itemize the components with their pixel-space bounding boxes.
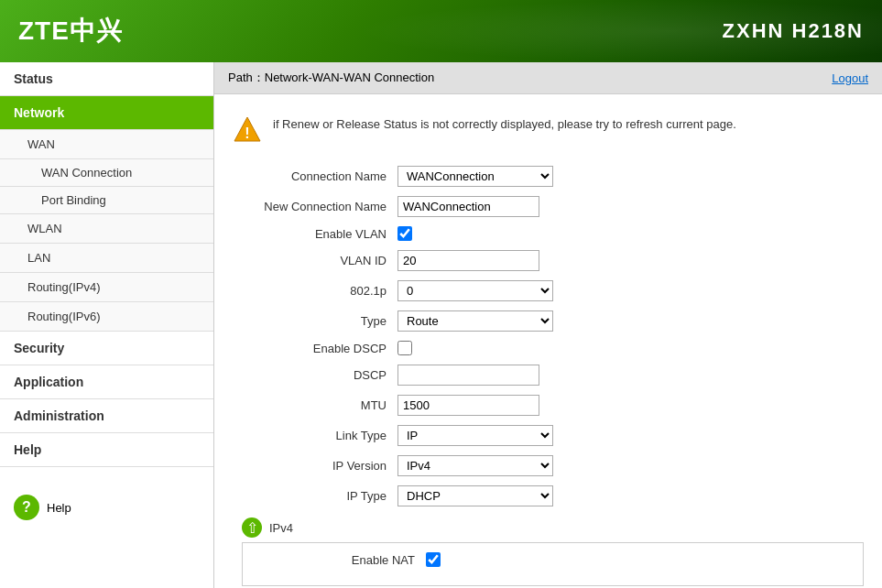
- help-label: Help: [47, 501, 71, 515]
- ipv4-section-header: ⇧ IPv4: [233, 517, 864, 538]
- ipv4-section-box: Enable NAT: [242, 542, 864, 586]
- path-bar: Path：Network-WAN-WAN Connection Logout: [214, 62, 882, 94]
- dscp-input[interactable]: [397, 365, 539, 386]
- enable-dscp-label: Enable DSCP: [233, 342, 397, 355]
- logout-link[interactable]: Logout: [832, 71, 868, 85]
- enable-nat-row: Enable NAT: [261, 552, 844, 567]
- dot1p-row: 802.1p 0123 4567: [233, 280, 864, 301]
- dot1p-label: 802.1p: [233, 284, 397, 298]
- mtu-label: MTU: [233, 398, 397, 412]
- mtu-row: MTU: [233, 395, 864, 416]
- enable-nat-label: Enable NAT: [261, 553, 426, 567]
- ipv4-collapse-icon[interactable]: ⇧: [242, 517, 262, 538]
- vlan-id-row: VLAN ID: [233, 250, 864, 271]
- enable-dscp-checkbox[interactable]: [397, 341, 412, 355]
- sidebar-item-security[interactable]: Security: [0, 332, 213, 365]
- ip-type-row: IP Type DHCPStaticPPPoE: [233, 485, 864, 506]
- connection-name-select[interactable]: WANConnection: [397, 166, 553, 187]
- sidebar-item-help[interactable]: Help: [0, 433, 213, 467]
- vlan-id-label: VLAN ID: [233, 254, 397, 267]
- new-connection-name-label: New Connection Name: [233, 200, 397, 213]
- main-layout: Status Network WAN WAN Connection Port B…: [0, 62, 882, 588]
- enable-vlan-checkbox[interactable]: [397, 226, 412, 241]
- warning-triangle-icon: !: [233, 115, 262, 143]
- sidebar-item-application[interactable]: Application: [0, 365, 213, 399]
- sidebar-item-wan[interactable]: WAN: [0, 130, 213, 159]
- warning-icon: !: [233, 115, 262, 145]
- sidebar: Status Network WAN WAN Connection Port B…: [0, 62, 214, 588]
- link-type-select[interactable]: IPPPPoEIPoE: [397, 425, 553, 446]
- enable-dscp-row: Enable DSCP: [233, 341, 864, 355]
- device-name: ZXHN H218N: [723, 19, 864, 43]
- connection-name-label: Connection Name: [233, 169, 397, 183]
- enable-nat-checkbox[interactable]: [426, 552, 441, 567]
- warning-box: ! if Renew or Release Status is not corr…: [233, 108, 864, 152]
- help-icon: ?: [14, 495, 39, 520]
- logo: ZTE中兴: [18, 14, 123, 49]
- sidebar-item-lan[interactable]: LAN: [0, 244, 213, 273]
- link-type-label: Link Type: [233, 429, 397, 442]
- sidebar-item-port-binding[interactable]: Port Binding: [0, 187, 213, 214]
- ip-version-row: IP Version IPv4IPv6IPv4/IPv6: [233, 455, 864, 476]
- sidebar-item-routing-ipv4[interactable]: Routing(IPv4): [0, 273, 213, 302]
- new-connection-name-input[interactable]: [397, 196, 539, 217]
- vlan-id-input[interactable]: [397, 250, 539, 271]
- ip-version-select[interactable]: IPv4IPv6IPv4/IPv6: [397, 455, 553, 476]
- sidebar-item-status[interactable]: Status: [0, 62, 213, 96]
- type-row: Type RouteBridge: [233, 310, 864, 332]
- form-area: ! if Renew or Release Status is not corr…: [214, 94, 882, 588]
- sidebar-item-network[interactable]: Network: [0, 96, 213, 130]
- link-type-row: Link Type IPPPPoEIPoE: [233, 425, 864, 446]
- ipv4-section: ⇧ IPv4 Enable NAT: [233, 517, 864, 586]
- sidebar-item-administration[interactable]: Administration: [0, 399, 213, 433]
- ip-version-label: IP Version: [233, 459, 397, 473]
- sidebar-item-routing-ipv6[interactable]: Routing(IPv6): [0, 302, 213, 332]
- dscp-label: DSCP: [233, 368, 397, 382]
- ip-type-label: IP Type: [233, 489, 397, 503]
- mtu-input[interactable]: [397, 395, 539, 416]
- ipv4-section-label: IPv4: [269, 521, 293, 535]
- warning-text: if Renew or Release Status is not correc…: [273, 115, 736, 134]
- new-connection-name-row: New Connection Name: [233, 196, 864, 217]
- enable-vlan-label: Enable VLAN: [233, 227, 397, 241]
- path-text: Path：Network-WAN-WAN Connection: [228, 70, 434, 86]
- sidebar-item-wlan[interactable]: WLAN: [0, 214, 213, 244]
- header: ZTE中兴 ZXHN H218N: [0, 0, 882, 62]
- dscp-row: DSCP: [233, 365, 864, 386]
- ip-type-select[interactable]: DHCPStaticPPPoE: [397, 485, 553, 506]
- connection-name-row: Connection Name WANConnection: [233, 166, 864, 187]
- dot1p-select[interactable]: 0123 4567: [397, 280, 553, 301]
- enable-vlan-row: Enable VLAN: [233, 226, 864, 241]
- type-label: Type: [233, 314, 397, 328]
- type-select[interactable]: RouteBridge: [397, 310, 553, 332]
- sidebar-item-wan-connection[interactable]: WAN Connection: [0, 159, 213, 187]
- content: Path：Network-WAN-WAN Connection Logout !…: [214, 62, 882, 588]
- svg-text:!: !: [245, 125, 249, 141]
- help-button[interactable]: ? Help: [0, 485, 213, 529]
